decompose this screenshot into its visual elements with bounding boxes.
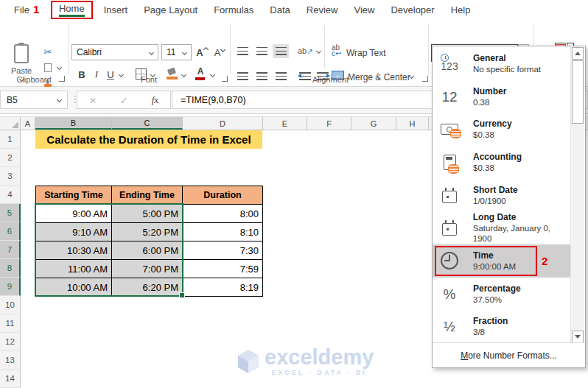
- increase-font-button[interactable]: A: [194, 46, 210, 59]
- table-cell[interactable]: 7:59: [183, 260, 263, 278]
- format-option[interactable]: % Percentage 37.50%: [433, 278, 571, 311]
- ribbon-tab[interactable]: Insert: [96, 1, 136, 18]
- watermark-brand: exceldemy: [265, 346, 374, 368]
- group-separator: [68, 24, 69, 74]
- row-header[interactable]: 9: [0, 278, 21, 296]
- orientation-chevron-icon[interactable]: [316, 49, 321, 54]
- ribbon-tab[interactable]: Formulas: [206, 1, 262, 18]
- column-header-label: A: [25, 119, 30, 128]
- table-cell[interactable]: 5:20 PM: [112, 223, 183, 241]
- font-dialog-launcher[interactable]: [222, 76, 228, 82]
- paste-button[interactable]: Paste: [6, 43, 37, 91]
- format-option[interactable]: Currency $0.38: [433, 113, 571, 146]
- table-row: 10:00 AM 6:20 PM 8:19: [36, 278, 263, 297]
- dropdown-scrollbar[interactable]: [570, 47, 584, 343]
- table-cell[interactable]: 8:00: [183, 205, 263, 223]
- name-box[interactable]: B5: [0, 91, 68, 109]
- table-cell[interactable]: 11:00 AM: [36, 260, 112, 278]
- scroll-down-button[interactable]: [572, 331, 584, 343]
- row-header[interactable]: 14: [0, 370, 21, 388]
- insert-function-button[interactable]: fx: [152, 94, 158, 106]
- column-header[interactable]: E: [263, 117, 307, 130]
- ribbon-tab-bar: 1 File Home Insert Page Layout Formulas …: [0, 0, 588, 20]
- column-header[interactable]: G: [351, 117, 396, 130]
- middle-align-icon[interactable]: [256, 47, 267, 55]
- orientation-button[interactable]: ab: [298, 46, 313, 55]
- row-header[interactable]: 3: [0, 167, 21, 186]
- table-header-cell[interactable]: Starting Time: [36, 186, 112, 205]
- ribbon-tab[interactable]: Review: [298, 1, 346, 18]
- table-cell[interactable]: 9:10 AM: [36, 223, 112, 241]
- row-header[interactable]: 5: [0, 204, 21, 222]
- format-option[interactable]: Short Date 1/0/1900: [433, 179, 571, 212]
- table-header-cell[interactable]: Ending Time: [112, 186, 183, 205]
- column-header[interactable]: D: [183, 117, 263, 130]
- copy-chevron-icon[interactable]: [57, 65, 62, 70]
- format-option[interactable]: Long Date Saturday, January 0, 1900: [433, 211, 571, 244]
- ribbon-tab[interactable]: Home: [51, 1, 93, 19]
- row-header[interactable]: 13: [0, 351, 21, 370]
- table-cell[interactable]: 10:30 AM: [36, 241, 112, 260]
- column-header[interactable]: B: [35, 117, 112, 130]
- format-texts: Number 0.38: [473, 86, 506, 107]
- sheet-title-cell[interactable]: Calculate the Duration of Time in Excel: [35, 130, 262, 149]
- ribbon-tab[interactable]: View: [346, 1, 382, 18]
- table-cell[interactable]: 8:19: [183, 278, 263, 297]
- cancel-icon[interactable]: [89, 94, 97, 107]
- select-all-corner[interactable]: [0, 117, 21, 130]
- table-cell[interactable]: 5:00 PM: [112, 205, 183, 223]
- format-option[interactable]: 12 Number 0.38: [433, 80, 571, 113]
- row-header[interactable]: 2: [0, 149, 21, 167]
- column-header[interactable]: H: [396, 117, 429, 130]
- cut-button[interactable]: [41, 45, 55, 58]
- row-header[interactable]: 11: [0, 314, 21, 333]
- more-number-formats-item[interactable]: More Number Formats...: [433, 342, 585, 367]
- row-header[interactable]: 4: [0, 186, 21, 204]
- format-texts: Fraction 3/8: [473, 316, 508, 337]
- column-header[interactable]: F: [307, 117, 351, 130]
- table-header-label: Starting Time: [44, 190, 103, 200]
- table-cell[interactable]: 7:30: [183, 241, 263, 260]
- column-header[interactable]: C: [112, 117, 183, 130]
- copy-button[interactable]: [41, 61, 55, 74]
- bottom-align-icon[interactable]: [276, 47, 287, 55]
- format-option[interactable]: Accounting $0.38: [433, 146, 571, 179]
- table-cell[interactable]: 10:00 AM: [36, 278, 112, 297]
- number-format-dropdown: 123 General No specific format 12 Number…: [432, 46, 586, 368]
- row-header[interactable]: 8: [0, 259, 21, 278]
- ribbon-tab[interactable]: Page Layout: [136, 1, 206, 18]
- table-cell[interactable]: 9:00 AM: [36, 205, 112, 223]
- font-size-combo[interactable]: 11: [161, 44, 192, 60]
- top-align-icon[interactable]: [237, 47, 248, 55]
- wrap-text-button[interactable]: Wrap Text: [346, 48, 386, 58]
- row-header[interactable]: 6: [0, 222, 21, 241]
- ribbon-tab[interactable]: Help: [443, 1, 479, 18]
- table-cell[interactable]: 6:20 PM: [112, 278, 183, 297]
- arrow-down-icon: [575, 335, 581, 339]
- table-cell[interactable]: 6:00 PM: [112, 241, 183, 260]
- scrollbar-thumb[interactable]: [572, 60, 584, 124]
- row-header[interactable]: 12: [0, 333, 21, 351]
- column-header[interactable]: A: [21, 117, 35, 130]
- row-header[interactable]: 10: [0, 296, 21, 314]
- ribbon-tab[interactable]: Data: [262, 1, 298, 18]
- font-name-combo[interactable]: Calibri: [71, 44, 158, 60]
- decrease-font-button[interactable]: A: [212, 46, 227, 59]
- table-row: 9:10 AM 5:20 PM 8:10: [36, 223, 263, 241]
- table-cell[interactable]: 8:10: [183, 223, 263, 241]
- format-option[interactable]: Time 9:00:00 AM 2: [433, 244, 571, 278]
- alignment-dialog-launcher[interactable]: [422, 76, 428, 82]
- row-header[interactable]: 7: [0, 241, 21, 259]
- format-option[interactable]: ½ Fraction 3/8: [433, 310, 571, 343]
- enter-icon[interactable]: [120, 94, 128, 107]
- row-header-label: 6: [7, 227, 12, 236]
- ribbon-tab[interactable]: Developer: [382, 1, 442, 18]
- row-header[interactable]: 1: [0, 130, 21, 149]
- format-option[interactable]: 123 General No specific format: [433, 47, 571, 80]
- table-header-cell[interactable]: Duration: [183, 186, 263, 205]
- accounting-icon: [444, 155, 456, 170]
- scroll-up-button[interactable]: [572, 47, 584, 60]
- clipboard-dialog-launcher[interactable]: [59, 76, 65, 82]
- table-cell[interactable]: 7:00 PM: [112, 260, 183, 278]
- format-icon-zone: [433, 155, 466, 170]
